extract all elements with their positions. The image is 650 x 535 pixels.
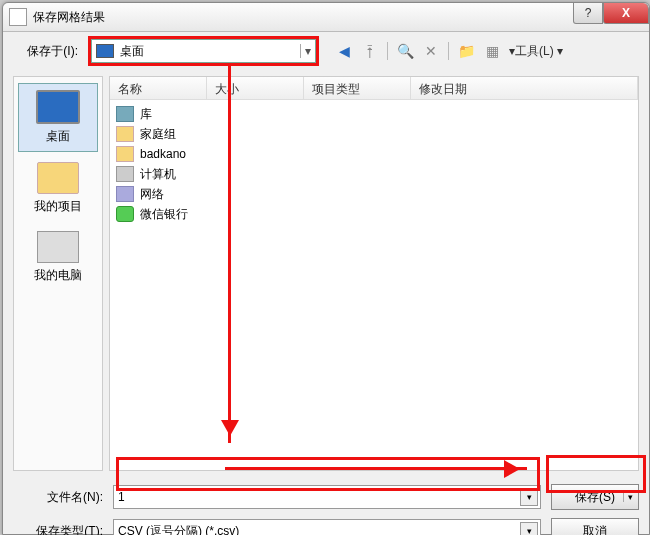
desktop-icon [96, 44, 114, 58]
list-item[interactable]: 家庭组 [116, 124, 632, 144]
network-icon [116, 186, 134, 202]
list-item[interactable]: 微信银行 [116, 204, 632, 224]
list-item[interactable]: 计算机 [116, 164, 632, 184]
separator [448, 42, 449, 60]
views-icon[interactable]: ▦ [481, 40, 503, 62]
back-icon[interactable]: ◀ [333, 40, 355, 62]
help-button[interactable]: ? [573, 3, 603, 24]
filetype-value: CSV (逗号分隔) (*.csv) [118, 523, 239, 536]
col-size[interactable]: 大小 [207, 77, 304, 99]
delete-icon[interactable]: ✕ [420, 40, 442, 62]
new-folder-icon[interactable]: 📁 [455, 40, 477, 62]
file-list-pane: 名称 大小 项目类型 修改日期 库 家庭组 badkano 计算机 网络 微信银… [109, 76, 639, 471]
chevron-down-icon[interactable]: ▾ [520, 522, 538, 535]
places-bar: 桌面 我的项目 我的电脑 [13, 76, 103, 471]
place-my-computer[interactable]: 我的电脑 [19, 225, 97, 290]
col-name[interactable]: 名称 [110, 77, 207, 99]
place-desktop[interactable]: 桌面 [18, 83, 98, 152]
list-item[interactable]: 网络 [116, 184, 632, 204]
place-label: 我的项目 [19, 198, 97, 215]
search-icon[interactable]: 🔍 [394, 40, 416, 62]
folder-icon [37, 162, 79, 194]
list-item[interactable]: 库 [116, 104, 632, 124]
user-folder-icon [116, 146, 134, 162]
filename-input[interactable]: 1 ▾ [113, 485, 541, 509]
toolbar: 保存于(I): 桌面 ▾ ◀ ⭱ 🔍 ✕ 📁 ▦ ▾工具(L) ▾ [3, 32, 649, 70]
filename-label: 文件名(N): [13, 489, 103, 506]
place-label: 我的电脑 [19, 267, 97, 284]
chevron-down-icon[interactable]: ▾ [300, 44, 311, 58]
save-in-value: 桌面 [120, 43, 144, 60]
save-in-dropdown[interactable]: 桌面 ▾ [88, 36, 319, 66]
place-my-projects[interactable]: 我的项目 [19, 156, 97, 221]
titlebar: 保存网格结果 ? X [3, 3, 649, 32]
filetype-select[interactable]: CSV (逗号分隔) (*.csv) ▾ [113, 519, 541, 535]
column-headers: 名称 大小 项目类型 修改日期 [110, 77, 638, 100]
list-item[interactable]: badkano [116, 144, 632, 164]
save-button[interactable]: 保存(S) ▾ [551, 484, 639, 510]
close-button[interactable]: X [603, 3, 649, 24]
computer-icon [37, 231, 79, 263]
app-icon [9, 8, 27, 26]
col-date[interactable]: 修改日期 [411, 77, 638, 99]
desktop-icon [36, 90, 80, 124]
filename-value: 1 [118, 490, 125, 504]
chevron-down-icon[interactable]: ▾ [520, 488, 538, 506]
computer-icon [116, 166, 134, 182]
window-title: 保存网格结果 [33, 9, 643, 26]
wechat-icon [116, 206, 134, 222]
homegroup-icon [116, 126, 134, 142]
tools-menu[interactable]: ▾工具(L) ▾ [509, 43, 563, 60]
save-in-label: 保存于(I): [13, 43, 78, 60]
libraries-icon [116, 106, 134, 122]
cancel-button[interactable]: 取消 [551, 518, 639, 535]
bottom-panel: 文件名(N): 1 ▾ 保存(S) ▾ 保存类型(T): CSV (逗号分隔) … [3, 477, 649, 535]
separator [387, 42, 388, 60]
filetype-label: 保存类型(T): [13, 523, 103, 536]
up-icon[interactable]: ⭱ [359, 40, 381, 62]
col-type[interactable]: 项目类型 [304, 77, 411, 99]
chevron-down-icon[interactable]: ▾ [623, 492, 636, 502]
place-label: 桌面 [19, 128, 97, 145]
